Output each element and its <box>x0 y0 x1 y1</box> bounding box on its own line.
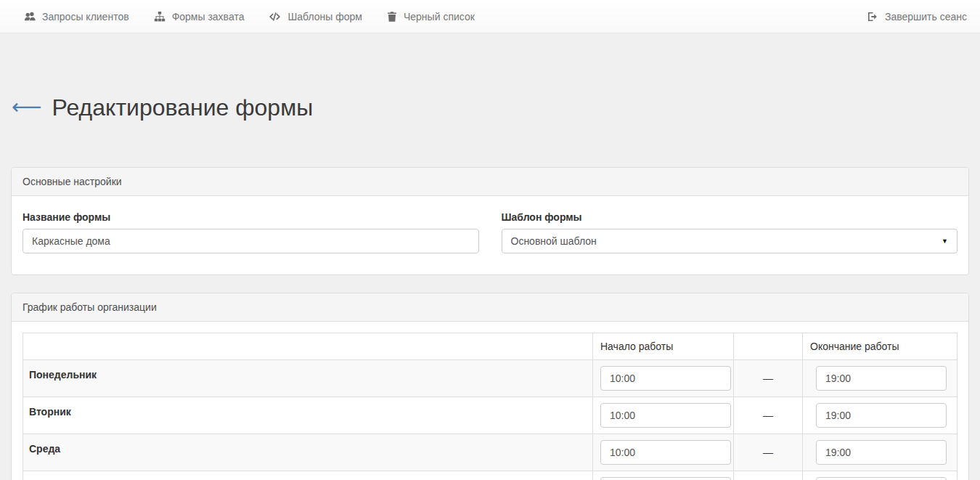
time-range-dash: — <box>734 471 803 480</box>
basic-settings-panel-title: Основные настройки <box>12 168 968 196</box>
nav-item-label: Запросы клиентов <box>42 11 129 23</box>
code-icon <box>269 11 281 23</box>
schedule-table: Начало работы Окончание работы Понедельн… <box>23 333 957 480</box>
end-time-input[interactable] <box>816 366 947 391</box>
form-name-input[interactable] <box>23 229 479 253</box>
table-row-tuesday: Вторник — <box>23 397 957 434</box>
nav-item-label: Шаблоны форм <box>287 11 362 23</box>
start-column-header: Начало работы <box>593 333 734 360</box>
start-time-input[interactable] <box>600 440 731 465</box>
basic-settings-panel-body: Название формы Шаблон формы Основной шаб… <box>12 196 968 274</box>
trash-icon <box>387 11 397 23</box>
separator-column-header <box>734 333 803 360</box>
top-navbar: Запросы клиентов Формы захвата Шаблоны ф… <box>0 0 980 33</box>
main-content: ⟵ Редактирование формы Основные настройк… <box>0 80 980 480</box>
sign-out-icon <box>867 11 878 23</box>
sitemap-icon <box>154 11 166 23</box>
form-name-label: Название формы <box>23 211 479 223</box>
start-time-input[interactable] <box>600 477 731 480</box>
end-column-header: Окончание работы <box>803 333 957 360</box>
table-row-thursday: Четверг — <box>23 471 957 480</box>
time-range-dash: — <box>734 360 803 397</box>
nav-item-label: Завершить сеанс <box>885 11 967 23</box>
template-select[interactable]: Основной шаблон ▼ <box>502 229 958 253</box>
start-time-input[interactable] <box>600 366 731 391</box>
table-row-monday: Понедельник — <box>23 360 957 397</box>
nav-item-label: Формы захвата <box>172 11 245 23</box>
end-time-input[interactable] <box>816 403 947 428</box>
time-range-dash: — <box>734 397 803 434</box>
day-label: Вторник <box>23 397 593 434</box>
users-icon <box>24 11 36 23</box>
nav-item-form-templates[interactable]: Шаблоны форм <box>269 11 362 23</box>
form-template-label: Шаблон формы <box>502 211 958 223</box>
page-header: ⟵ Редактирование формы <box>12 80 969 137</box>
end-time-input[interactable] <box>816 440 947 465</box>
nav-item-client-requests[interactable]: Запросы клиентов <box>24 11 129 23</box>
page-title: Редактирование формы <box>52 95 314 121</box>
day-label: Четверг <box>23 471 593 480</box>
day-column-header <box>23 333 593 360</box>
day-label: Среда <box>23 434 593 471</box>
form-name-group: Название формы <box>23 207 479 253</box>
table-header-row: Начало работы Окончание работы <box>23 333 957 360</box>
nav-item-logout[interactable]: Завершить сеанс <box>867 11 967 23</box>
back-arrow-icon[interactable]: ⟵ <box>12 97 42 121</box>
nav-item-label: Черный список <box>404 11 475 23</box>
nav-item-blacklist[interactable]: Черный список <box>387 11 475 23</box>
time-range-dash: — <box>734 434 803 471</box>
template-select-value: Основной шаблон <box>511 235 597 247</box>
nav-item-capture-forms[interactable]: Формы захвата <box>154 11 245 23</box>
chevron-down-icon: ▼ <box>942 238 948 245</box>
work-schedule-panel: График работы организации Начало работы … <box>11 293 969 480</box>
form-template-group: Шаблон формы Основной шаблон ▼ <box>502 207 958 253</box>
start-time-input[interactable] <box>600 403 731 428</box>
table-row-wednesday: Среда — <box>23 434 957 471</box>
work-schedule-panel-body: Начало работы Окончание работы Понедельн… <box>12 322 968 480</box>
work-schedule-panel-title: График работы организации <box>12 293 968 322</box>
end-time-input[interactable] <box>816 477 947 480</box>
basic-settings-panel: Основные настройки Название формы Шаблон… <box>11 167 969 275</box>
day-label: Понедельник <box>23 360 593 397</box>
